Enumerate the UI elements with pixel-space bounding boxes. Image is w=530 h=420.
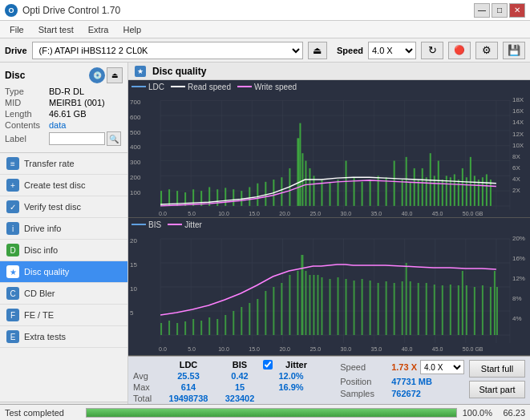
svg-rect-161	[297, 271, 298, 335]
sidebar-item-extra-tests[interactable]: E Extra tests	[0, 326, 127, 348]
svg-rect-191	[494, 271, 496, 335]
svg-text:10: 10	[130, 285, 137, 293]
sidebar-item-disc-quality[interactable]: ★ Disc quality	[0, 261, 127, 283]
disc-label-input[interactable]	[49, 132, 105, 145]
svg-text:35.0: 35.0	[371, 211, 382, 216]
svg-text:5.0: 5.0	[188, 211, 196, 216]
disc-label-button[interactable]: 🔍	[107, 131, 121, 146]
svg-rect-174	[378, 283, 379, 335]
svg-rect-103	[486, 174, 488, 205]
menu-file[interactable]: File	[3, 23, 30, 36]
svg-text:18X: 18X	[512, 97, 524, 104]
burn-button[interactable]: 🔴	[448, 42, 471, 59]
sidebar-item-create-test-disc[interactable]: + Create test disc	[0, 175, 127, 196]
speed-stat-val: 1.73 X	[391, 362, 417, 372]
svg-rect-147	[184, 321, 186, 335]
svg-text:20.0: 20.0	[279, 346, 290, 352]
refresh-button[interactable]: ↻	[421, 42, 443, 59]
sidebar-item-cd-bler[interactable]: C CD Bler	[0, 283, 127, 305]
svg-rect-180	[418, 283, 419, 335]
menu-extra[interactable]: Extra	[82, 23, 115, 36]
disc-contents-label: Contents	[5, 120, 49, 130]
jitter-checkbox[interactable]	[263, 360, 273, 370]
svg-text:35.0: 35.0	[371, 346, 382, 352]
svg-text:0.0: 0.0	[159, 346, 167, 352]
svg-text:40.0: 40.0	[402, 346, 413, 352]
svg-text:30.0: 30.0	[341, 211, 352, 216]
svg-rect-169	[338, 277, 339, 335]
maximize-button[interactable]: □	[492, 3, 508, 18]
sidebar-item-drive-info[interactable]: i Drive info	[0, 218, 127, 240]
svg-rect-182	[434, 285, 435, 335]
sidebar-item-verify-test-disc[interactable]: ✓ Verify test disc	[0, 196, 127, 218]
svg-text:8%: 8%	[512, 295, 522, 302]
svg-rect-67	[299, 123, 301, 206]
max-ldc-val: 614	[160, 382, 216, 392]
svg-rect-61	[257, 184, 258, 206]
drive-select[interactable]: (F:) ATAPI iHBS112 2 CL0K	[32, 42, 303, 59]
svg-rect-176	[394, 283, 395, 335]
menu-help[interactable]: Help	[116, 23, 148, 36]
svg-rect-153	[233, 311, 234, 335]
svg-rect-96	[458, 180, 459, 206]
speed-stat-select[interactable]: 4.0 X	[420, 360, 464, 374]
eject-button[interactable]: ⏏	[308, 42, 327, 59]
sidebar-item-fe-te-label: FE / TE	[24, 310, 54, 320]
start-part-button[interactable]: Start part	[469, 381, 525, 398]
config-button[interactable]: ⚙	[475, 42, 498, 59]
svg-text:0.0: 0.0	[159, 211, 167, 216]
speed-stats: Speed 1.73 X 4.0 X Position 47731 MB Sam…	[340, 360, 464, 398]
menubar: File Start test Extra Help	[0, 21, 530, 38]
svg-rect-49	[160, 191, 162, 206]
svg-rect-155	[249, 303, 250, 335]
svg-rect-152	[225, 315, 226, 335]
sidebar-item-transfer-rate[interactable]: ≡ Transfer rate	[0, 153, 127, 175]
stats-table: LDC BIS Jitter Avg 25.53 0.42 12.0% Max	[133, 360, 335, 403]
svg-rect-88	[426, 177, 427, 206]
write-speed-legend-label: Write speed	[254, 83, 297, 91]
extra-tests-icon: E	[6, 330, 19, 343]
svg-text:10X: 10X	[512, 142, 524, 149]
sidebar-item-fe-te[interactable]: F FE / TE	[0, 305, 127, 326]
close-button[interactable]: ✕	[509, 3, 525, 18]
svg-rect-167	[321, 277, 322, 335]
start-full-button[interactable]: Start full	[469, 360, 525, 378]
sidebar-item-disc-info[interactable]: D Disc info	[0, 240, 127, 261]
drivebar: Drive (F:) ATAPI iHBS112 2 CL0K ⏏ Speed …	[0, 38, 530, 63]
svg-rect-73	[330, 182, 331, 206]
svg-text:15.0: 15.0	[249, 211, 260, 216]
sidebar-item-verify-test-disc-label: Verify test disc	[24, 202, 81, 212]
svg-text:20%: 20%	[512, 235, 525, 242]
save-button[interactable]: 💾	[503, 42, 525, 59]
disc-mid-row: MID MEIRB1 (001)	[5, 98, 123, 107]
app-icon: O	[5, 4, 18, 17]
speed-select[interactable]: 4.0 X	[368, 42, 416, 59]
disc-eject-icon[interactable]: ⏏	[107, 67, 123, 83]
jitter-legend-item: Jitter	[168, 220, 202, 229]
svg-text:5: 5	[130, 309, 134, 317]
total-label: Total	[133, 394, 157, 403]
svg-rect-185	[458, 285, 459, 335]
disc-quality-icon: ★	[6, 265, 19, 278]
svg-text:4%: 4%	[512, 315, 522, 322]
sidebar-item-transfer-rate-label: Transfer rate	[24, 159, 75, 168]
menu-start-test[interactable]: Start test	[32, 23, 80, 36]
svg-rect-66	[297, 138, 299, 206]
svg-rect-177	[402, 281, 403, 335]
svg-text:14X: 14X	[512, 119, 524, 127]
disc-type-value: BD-R DL	[49, 87, 84, 96]
minimize-button[interactable]: —	[474, 3, 490, 18]
svg-rect-60	[249, 187, 250, 205]
content-area: ★ Disc quality LDC Read speed	[128, 63, 530, 420]
disc-contents-row: Contents data	[5, 120, 123, 130]
svg-rect-189	[482, 285, 483, 335]
svg-rect-171	[354, 281, 355, 335]
fe-te-icon: F	[6, 309, 19, 321]
disc-header: Disc 💿 ⏏	[5, 67, 123, 83]
svg-rect-192	[496, 287, 498, 335]
disc-mid-value: MEIRB1 (001)	[49, 98, 105, 107]
svg-rect-149	[200, 321, 202, 335]
max-bis-val: 15	[220, 382, 260, 392]
svg-text:400: 400	[130, 144, 140, 151]
disc-label-label: Label	[5, 134, 49, 143]
